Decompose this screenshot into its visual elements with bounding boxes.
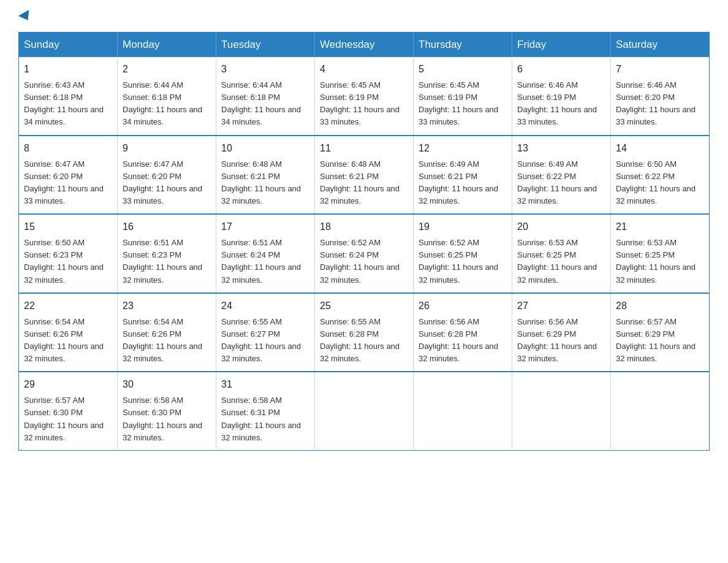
calendar-cell: 30 Sunrise: 6:58 AMSunset: 6:30 PMDaylig… [118,372,216,450]
day-number: 13 [517,141,605,156]
day-number: 10 [221,141,309,156]
day-info: Sunrise: 6:48 AMSunset: 6:21 PMDaylight:… [221,159,301,205]
day-info: Sunrise: 6:54 AMSunset: 6:26 PMDaylight:… [123,317,202,363]
day-info: Sunrise: 6:52 AMSunset: 6:24 PMDaylight:… [320,238,400,284]
calendar-cell: 21 Sunrise: 6:53 AMSunset: 6:25 PMDaylig… [611,214,710,293]
day-info: Sunrise: 6:45 AMSunset: 6:19 PMDaylight:… [419,80,498,126]
day-number: 17 [221,220,309,234]
day-info: Sunrise: 6:46 AMSunset: 6:20 PMDaylight:… [616,80,696,126]
calendar-header-row: SundayMondayTuesdayWednesdayThursdayFrid… [19,33,710,58]
day-info: Sunrise: 6:47 AMSunset: 6:20 PMDaylight:… [24,159,104,205]
calendar-cell: 3 Sunrise: 6:44 AMSunset: 6:18 PMDayligh… [216,57,315,136]
calendar-cell: 24 Sunrise: 6:55 AMSunset: 6:27 PMDaylig… [216,293,315,372]
calendar-cell: 25 Sunrise: 6:55 AMSunset: 6:28 PMDaylig… [315,293,414,372]
day-number: 16 [123,220,211,234]
day-number: 8 [24,141,112,156]
calendar-cell: 4 Sunrise: 6:45 AMSunset: 6:19 PMDayligh… [315,57,414,136]
calendar-cell: 8 Sunrise: 6:47 AMSunset: 6:20 PMDayligh… [19,136,118,215]
day-info: Sunrise: 6:55 AMSunset: 6:28 PMDaylight:… [320,317,400,363]
calendar-cell: 7 Sunrise: 6:46 AMSunset: 6:20 PMDayligh… [611,57,710,136]
day-number: 7 [616,62,704,77]
calendar-week-row: 29 Sunrise: 6:57 AMSunset: 6:30 PMDaylig… [19,372,710,450]
day-number: 11 [320,141,408,156]
day-info: Sunrise: 6:54 AMSunset: 6:26 PMDaylight:… [24,317,104,363]
weekday-header-monday: Monday [118,33,216,58]
calendar-cell: 13 Sunrise: 6:49 AMSunset: 6:22 PMDaylig… [512,136,611,215]
calendar-cell: 19 Sunrise: 6:52 AMSunset: 6:25 PMDaylig… [414,214,512,293]
day-info: Sunrise: 6:44 AMSunset: 6:18 PMDaylight:… [221,80,301,126]
day-number: 27 [517,299,605,313]
calendar-cell [512,372,611,450]
day-info: Sunrise: 6:52 AMSunset: 6:25 PMDaylight:… [419,238,498,284]
calendar-cell [611,372,710,450]
calendar-cell: 31 Sunrise: 6:58 AMSunset: 6:31 PMDaylig… [216,372,315,450]
day-number: 28 [616,299,704,313]
day-info: Sunrise: 6:57 AMSunset: 6:30 PMDaylight:… [24,396,104,442]
weekday-header-tuesday: Tuesday [216,33,315,58]
day-number: 26 [419,299,507,313]
calendar-cell: 28 Sunrise: 6:57 AMSunset: 6:29 PMDaylig… [611,293,710,372]
day-number: 9 [123,141,211,156]
weekday-header-wednesday: Wednesday [315,33,414,58]
day-info: Sunrise: 6:57 AMSunset: 6:29 PMDaylight:… [616,317,696,363]
day-info: Sunrise: 6:45 AMSunset: 6:19 PMDaylight:… [320,80,400,126]
day-info: Sunrise: 6:49 AMSunset: 6:21 PMDaylight:… [419,159,498,205]
day-info: Sunrise: 6:58 AMSunset: 6:30 PMDaylight:… [123,396,202,442]
logo-arrow-icon [18,10,33,23]
calendar-cell: 20 Sunrise: 6:53 AMSunset: 6:25 PMDaylig… [512,214,611,293]
day-number: 1 [24,62,112,77]
day-number: 2 [123,62,211,77]
calendar-week-row: 15 Sunrise: 6:50 AMSunset: 6:23 PMDaylig… [19,214,710,293]
day-number: 4 [320,62,408,77]
calendar-table: SundayMondayTuesdayWednesdayThursdayFrid… [18,32,710,451]
day-number: 12 [419,141,507,156]
day-info: Sunrise: 6:50 AMSunset: 6:23 PMDaylight:… [24,238,104,284]
day-info: Sunrise: 6:53 AMSunset: 6:25 PMDaylight:… [517,238,597,284]
day-info: Sunrise: 6:43 AMSunset: 6:18 PMDaylight:… [24,80,104,126]
calendar-cell: 9 Sunrise: 6:47 AMSunset: 6:20 PMDayligh… [118,136,216,215]
day-info: Sunrise: 6:55 AMSunset: 6:27 PMDaylight:… [221,317,301,363]
day-info: Sunrise: 6:50 AMSunset: 6:22 PMDaylight:… [616,159,696,205]
day-info: Sunrise: 6:44 AMSunset: 6:18 PMDaylight:… [123,80,202,126]
calendar-cell: 29 Sunrise: 6:57 AMSunset: 6:30 PMDaylig… [19,372,118,450]
day-number: 21 [616,220,704,234]
weekday-header-saturday: Saturday [611,33,710,58]
day-number: 24 [221,299,309,313]
day-number: 30 [123,377,211,392]
day-number: 5 [419,62,507,77]
day-number: 31 [221,377,309,392]
calendar-cell [414,372,512,450]
weekday-header-friday: Friday [512,33,611,58]
day-info: Sunrise: 6:47 AMSunset: 6:20 PMDaylight:… [123,159,202,205]
day-info: Sunrise: 6:51 AMSunset: 6:23 PMDaylight:… [123,238,202,284]
calendar-cell [315,372,414,450]
calendar-cell: 5 Sunrise: 6:45 AMSunset: 6:19 PMDayligh… [414,57,512,136]
calendar-cell: 11 Sunrise: 6:48 AMSunset: 6:21 PMDaylig… [315,136,414,215]
day-number: 29 [24,377,112,392]
calendar-cell: 16 Sunrise: 6:51 AMSunset: 6:23 PMDaylig… [118,214,216,293]
day-number: 20 [517,220,605,234]
calendar-cell: 1 Sunrise: 6:43 AMSunset: 6:18 PMDayligh… [19,57,118,136]
calendar-cell: 18 Sunrise: 6:52 AMSunset: 6:24 PMDaylig… [315,214,414,293]
day-number: 14 [616,141,704,156]
calendar-cell: 17 Sunrise: 6:51 AMSunset: 6:24 PMDaylig… [216,214,315,293]
day-info: Sunrise: 6:49 AMSunset: 6:22 PMDaylight:… [517,159,597,205]
day-number: 6 [517,62,605,77]
day-info: Sunrise: 6:46 AMSunset: 6:19 PMDaylight:… [517,80,597,126]
calendar-week-row: 8 Sunrise: 6:47 AMSunset: 6:20 PMDayligh… [19,136,710,215]
calendar-cell: 12 Sunrise: 6:49 AMSunset: 6:21 PMDaylig… [414,136,512,215]
day-number: 23 [123,299,211,313]
day-number: 15 [24,220,112,234]
calendar-cell: 27 Sunrise: 6:56 AMSunset: 6:29 PMDaylig… [512,293,611,372]
calendar-cell: 22 Sunrise: 6:54 AMSunset: 6:26 PMDaylig… [19,293,118,372]
day-info: Sunrise: 6:48 AMSunset: 6:21 PMDaylight:… [320,159,400,205]
day-number: 19 [419,220,507,234]
day-number: 18 [320,220,408,234]
day-number: 22 [24,299,112,313]
day-info: Sunrise: 6:51 AMSunset: 6:24 PMDaylight:… [221,238,301,284]
calendar-week-row: 1 Sunrise: 6:43 AMSunset: 6:18 PMDayligh… [19,57,710,136]
weekday-header-thursday: Thursday [414,33,512,58]
calendar-cell: 23 Sunrise: 6:54 AMSunset: 6:26 PMDaylig… [118,293,216,372]
calendar-week-row: 22 Sunrise: 6:54 AMSunset: 6:26 PMDaylig… [19,293,710,372]
calendar-cell: 6 Sunrise: 6:46 AMSunset: 6:19 PMDayligh… [512,57,611,136]
